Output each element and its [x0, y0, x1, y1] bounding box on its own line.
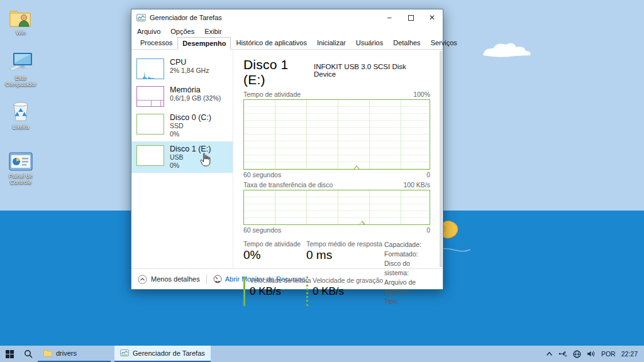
- stat-write-speed: Velocidade de gravação 0 KB/s: [306, 277, 375, 307]
- disk-detail-panel: Disco 1 (E:) INFOKIT USB 3.0 SCSI Disk D…: [233, 50, 443, 268]
- transfer-rate-chart[interactable]: [243, 190, 430, 225]
- stat-read-speed: Velocidade de leitura 0 KB/s: [243, 277, 301, 307]
- recycle-bin-icon: [3, 99, 39, 122]
- sidebar-item-disco0[interactable]: Disco 0 (C:) SSD 0%: [131, 110, 233, 141]
- desktop-icon-label: Win: [3, 30, 39, 36]
- user-folder-icon: [3, 5, 39, 28]
- vertical-scrollbar[interactable]: [440, 51, 442, 267]
- sidebar-disk0-name: Disco 0 (C:): [170, 113, 211, 122]
- less-details-button[interactable]: Menos detalhes: [138, 275, 200, 284]
- tab-processos[interactable]: Processos: [135, 36, 177, 49]
- task-manager-icon: [136, 14, 146, 22]
- network-globe-icon[interactable]: [573, 350, 581, 358]
- minimize-button[interactable]: –: [379, 9, 400, 26]
- desktop-icon-label: Lixeira: [3, 124, 39, 130]
- tab-desempenho[interactable]: Desempenho: [177, 37, 231, 50]
- show-hidden-icons-chevron[interactable]: [546, 351, 553, 356]
- search-button[interactable]: [19, 346, 38, 362]
- desktop-icon-win[interactable]: Win: [3, 5, 39, 36]
- info-tipo: Tipo:: [384, 297, 430, 306]
- windows-logo-icon: [6, 350, 14, 358]
- stat-value: 0 ms: [306, 248, 375, 262]
- chart2-xleft: 60 segundos: [243, 226, 281, 234]
- chart1-xright: 0: [426, 171, 430, 178]
- tab-strip: Processos Desempenho Histórico de aplica…: [131, 36, 443, 50]
- stat-response-time: Tempo médio de resposta 0 ms: [306, 240, 375, 271]
- tab-servicos[interactable]: Serviços: [426, 36, 462, 49]
- time-marker-icon: [353, 165, 360, 169]
- memory-graph-box: [151, 100, 161, 106]
- gauge-icon: [213, 275, 222, 283]
- stat-active-time: Tempo de atividade 0%: [243, 240, 301, 271]
- language-indicator[interactable]: POR: [601, 350, 616, 358]
- stat-value: 0 KB/s: [313, 285, 375, 298]
- chart1-max: 100%: [413, 90, 430, 98]
- tab-usuarios[interactable]: Usuários: [351, 36, 388, 49]
- menu-opcoes[interactable]: Opções: [170, 28, 194, 35]
- menu-arquivo[interactable]: Arquivo: [137, 28, 160, 35]
- desktop-icon-este-computador[interactable]: Este Computador: [3, 50, 39, 87]
- stat-value: 0%: [243, 248, 301, 262]
- clock[interactable]: 22:27: [621, 350, 638, 358]
- sidebar-disk1-name: Disco 1 (E:): [170, 145, 211, 153]
- stat-value: 0 KB/s: [250, 285, 301, 298]
- chart1-label: Tempo de atividade: [243, 90, 301, 98]
- desktop-icon-painel-de-controle[interactable]: Painel de Controle: [3, 148, 39, 185]
- chevron-up-circle-icon: [138, 275, 147, 284]
- stat-label: Velocidade de gravação: [313, 277, 375, 284]
- less-details-label: Menos detalhes: [151, 275, 200, 283]
- sidebar-disk0-usage: 0%: [170, 130, 211, 138]
- computer-icon: [3, 50, 39, 73]
- panel-title: Disco 1 (E:): [243, 57, 314, 87]
- control-panel-icon: [3, 148, 39, 171]
- menu-exibir[interactable]: Exibir: [204, 28, 222, 35]
- taskbar-button-label: drivers: [56, 349, 77, 357]
- cloud-graphic: [478, 39, 536, 59]
- sidebar-cpu-name: CPU: [170, 58, 209, 67]
- tab-detalhes[interactable]: Detalhes: [388, 36, 425, 49]
- stat-label: Velocidade de leitura: [250, 277, 301, 284]
- info-arquivo-paginacao: Arquivo de paginaç...: [384, 278, 430, 297]
- info-disco-sistema: Disco do sistema:: [384, 259, 430, 278]
- titlebar[interactable]: Gerenciador de Tarefas – ✕: [131, 9, 443, 26]
- search-icon: [24, 349, 33, 358]
- chart2-max: 100 KB/s: [403, 181, 430, 189]
- active-time-chart[interactable]: [243, 99, 430, 170]
- desktop-icon-label: Painel de Controle: [3, 173, 39, 185]
- sidebar-disk0-type: SSD: [170, 122, 211, 130]
- caption-buttons: – ✕: [379, 9, 443, 26]
- maximize-icon: [408, 15, 414, 21]
- sidebar-disk1-type: USB: [170, 153, 211, 162]
- sidebar-cpu-stats: 2% 1,84 GHz: [170, 67, 209, 75]
- tab-historico[interactable]: Histórico de aplicativos: [231, 36, 312, 49]
- start-button[interactable]: [0, 346, 19, 362]
- taskbar: drivers Gerenciador de Tarefas POR: [0, 346, 644, 362]
- performance-content: CPU 2% 1,84 GHz Memória 0,6/1,9 GB (32%)…: [131, 50, 443, 268]
- volume-icon[interactable]: [587, 350, 596, 358]
- disk0-thumbnail: [136, 114, 164, 134]
- sidebar-item-memoria[interactable]: Memória 0,6/1,9 GB (32%): [131, 82, 233, 110]
- disk-info-labels: Capacidade: Formatado: Disco do sistema:…: [384, 240, 430, 306]
- time-marker-icon: [359, 221, 365, 224]
- desktop-icon-lixeira[interactable]: Lixeira: [3, 99, 39, 130]
- task-manager-icon: [120, 349, 129, 357]
- sidebar-item-cpu[interactable]: CPU 2% 1,84 GHz: [131, 55, 233, 82]
- chart1-xleft: 60 segundos: [243, 171, 281, 178]
- taskbar-button-drivers[interactable]: drivers: [38, 346, 111, 362]
- task-manager-window: Gerenciador de Tarefas – ✕ Arquivo Opçõe…: [131, 9, 443, 290]
- chart2-label: Taxa de transferência de disco: [243, 181, 333, 189]
- maximize-button[interactable]: [400, 9, 421, 26]
- device-name: INFOKIT USB 3.0 SCSI Disk Device: [314, 63, 430, 78]
- usb-device-icon[interactable]: [558, 350, 567, 358]
- chart2-xright: 0: [426, 226, 430, 234]
- sidebar-memory-stats: 0,6/1,9 GB (32%): [170, 94, 221, 102]
- close-button[interactable]: ✕: [421, 9, 443, 26]
- info-formatado: Formatado:: [384, 250, 430, 259]
- footer-divider: [206, 274, 207, 284]
- disk1-thumbnail: [136, 145, 164, 166]
- taskbar-button-task-manager[interactable]: Gerenciador de Tarefas: [114, 346, 211, 362]
- tab-inicializar[interactable]: Inicializar: [312, 36, 351, 49]
- cpu-thumbnail: [136, 58, 164, 79]
- folder-icon: [43, 349, 52, 357]
- sidebar-item-disco1[interactable]: Disco 1 (E:) USB 0%: [131, 141, 233, 173]
